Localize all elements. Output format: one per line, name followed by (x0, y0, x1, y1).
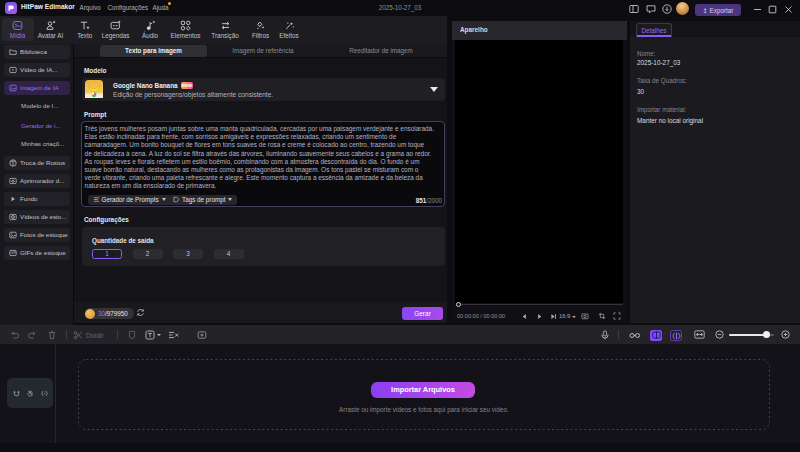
svg-text:GIF: GIF (11, 251, 16, 255)
